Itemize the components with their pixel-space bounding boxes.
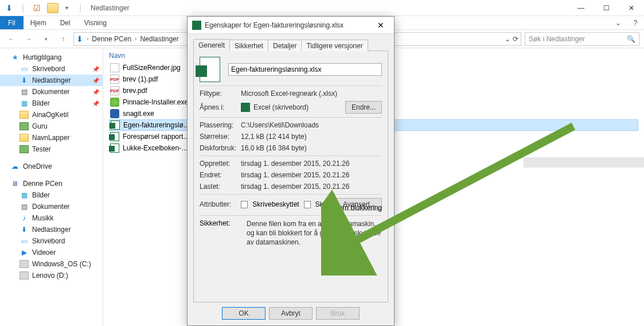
filename-input[interactable] <box>228 63 382 76</box>
qat-down-icon[interactable]: ⬇ <box>3 3 15 13</box>
sidebar-pc-desktop[interactable]: ▭Skrivebord <box>0 235 103 247</box>
qat-check-icon[interactable]: ☑ <box>31 3 42 13</box>
document-icon: ▤ <box>19 203 29 211</box>
sidebar-desktop[interactable]: ▭Skrivebord📌 <box>0 63 103 75</box>
search-placeholder: Søk i Nedlastinger <box>529 35 585 43</box>
progress-track <box>524 157 644 168</box>
excel-icon <box>110 143 119 153</box>
folder-icon <box>19 145 29 153</box>
onedrive-icon: ☁ <box>10 162 19 170</box>
excel-icon <box>111 121 120 130</box>
sidebar-aina[interactable]: AinaOgKetil <box>0 109 103 121</box>
image-icon <box>110 63 119 72</box>
label-filetype: Filtype: <box>200 90 241 98</box>
sidebar-quick-access[interactable]: ★Hurtigtilgang <box>0 52 103 63</box>
sidebar-pc-music[interactable]: ♪Musikk <box>0 212 103 224</box>
folder-icon <box>19 134 29 142</box>
disk-icon <box>19 271 29 280</box>
hidden-checkbox[interactable] <box>304 201 311 208</box>
sidebar-guru[interactable]: Guru <box>0 121 103 132</box>
refresh-icon[interactable]: ⟳ <box>513 35 518 43</box>
value-size: 12,1 kB (12 414 byte) <box>241 133 307 141</box>
value-filetype: Microsoft Excel-regneark (.xlsx) <box>241 90 337 98</box>
sidebar-onedrive[interactable]: ☁OneDrive <box>0 161 103 172</box>
properties-dialog: Egenskaper for Egen-faktureringsløsning.… <box>187 16 395 326</box>
label-created: Opprettet: <box>200 160 241 168</box>
pin-icon: 📌 <box>92 66 99 72</box>
nav-up-button[interactable]: ↑ <box>56 32 70 46</box>
crumb-sep0: › <box>87 36 88 42</box>
tab-details[interactable]: Detaljer <box>268 40 302 51</box>
label-opensin: Åpnes i: <box>200 103 241 111</box>
document-icon: ▤ <box>19 88 29 96</box>
dialog-titlebar[interactable]: Egenskaper for Egen-faktureringsløsning.… <box>188 17 394 34</box>
sidebar-pictures[interactable]: ▦Bilder📌 <box>0 98 103 109</box>
qat-sep: | <box>17 3 29 13</box>
maximize-button[interactable]: ☐ <box>594 0 619 16</box>
disk-icon <box>19 260 29 268</box>
search-icon[interactable]: 🔍 <box>627 35 635 43</box>
exe-icon <box>110 98 119 107</box>
address-dropdown-icon[interactable]: ⌄ <box>505 35 510 43</box>
sidebar-pc-pictures[interactable]: ▦Bilder <box>0 189 103 201</box>
folder-icon <box>19 122 29 130</box>
folder-icon <box>19 111 29 119</box>
value-accessed: tirsdag 1. desember 2015, 20.21.26 <box>241 183 349 191</box>
excel-icon <box>192 21 201 30</box>
qat-dropdown-icon[interactable]: ▾ <box>61 5 72 11</box>
download-icon: ⬇ <box>19 226 29 234</box>
sidebar-tester[interactable]: Tester <box>0 143 103 155</box>
sidebar-this-pc[interactable]: 🖥Denne PCen <box>0 178 103 189</box>
sidebar-pc-documents[interactable]: ▤Dokumenter <box>0 201 103 212</box>
readonly-label: Skrivebeskyttet <box>252 200 299 208</box>
close-button[interactable]: ✕ <box>619 0 644 16</box>
sidebar-pc-videos[interactable]: ▶Videoer <box>0 247 103 258</box>
value-opensin: Excel (skrivebord) <box>253 103 309 111</box>
desktop-icon: ▭ <box>19 237 29 245</box>
nav-history-dropdown[interactable]: ▾ <box>39 32 53 46</box>
tab-home[interactable]: Hjem <box>24 16 53 29</box>
crumb-downloads[interactable]: Nedlastinger <box>140 35 178 43</box>
security-description: Denne filen kom fra en annen datamaskin,… <box>247 219 382 247</box>
search-input[interactable]: Søk i Nedlastinger 🔍 <box>525 32 639 46</box>
cancel-button[interactable]: Avbryt <box>269 307 313 320</box>
nav-forward-button: → <box>22 32 36 46</box>
sidebar-pc-downloads[interactable]: ⬇Nedlastinger <box>0 224 103 235</box>
unblock-checkbox[interactable] <box>322 204 330 212</box>
minimize-button[interactable]: — <box>568 0 594 16</box>
apply-button[interactable]: Bruk <box>316 307 360 320</box>
label-attributes: Attributter: <box>200 200 236 208</box>
ribbon-help-icon[interactable]: ? <box>627 16 644 29</box>
dialog-tabs: Generelt Sikkerhet Detaljer Tidligere ve… <box>193 38 388 51</box>
tab-general[interactable]: Generelt <box>193 39 230 51</box>
nav-back-button[interactable]: ← <box>5 32 18 46</box>
ribbon-expand-icon[interactable]: ⌄ <box>610 16 627 29</box>
sidebar-navnlapper[interactable]: NavnLapper <box>0 132 103 143</box>
sidebar-documents[interactable]: ▤Dokumenter📌 <box>0 86 103 98</box>
tab-view[interactable]: Visning <box>77 16 114 29</box>
pc-icon: 🖥 <box>10 180 19 188</box>
tab-versions[interactable]: Tidligere versjoner <box>301 40 368 51</box>
tab-share[interactable]: Del <box>53 16 77 29</box>
sidebar-pc-osdisk[interactable]: Windows8_OS (C:) <box>0 258 103 270</box>
pin-icon: 📌 <box>92 100 99 107</box>
pdf-icon: PDF <box>110 86 119 95</box>
dialog-close-button[interactable]: ✕ <box>372 21 389 30</box>
crumb-this-pc[interactable]: Denne PCen <box>92 35 131 43</box>
value-modified: tirsdag 1. desember 2015, 20.21.26 <box>241 171 349 179</box>
sidebar-downloads[interactable]: ⬇Nedlastinger📌 <box>0 75 103 86</box>
tab-security[interactable]: Sikkerhet <box>229 40 268 51</box>
value-location: C:\Users\Ketil\Downloads <box>241 121 319 129</box>
readonly-checkbox[interactable] <box>241 201 248 208</box>
down-arrow-icon: ⬇ <box>76 34 83 44</box>
ok-button[interactable]: OK <box>222 307 266 320</box>
label-security: Sikkerhet: <box>200 219 241 227</box>
label-accessed: Lastet: <box>200 183 241 191</box>
unblock-label: Fjern blokkering <box>333 204 382 212</box>
tab-file[interactable]: Fil <box>0 16 24 29</box>
video-icon: ▶ <box>19 249 29 257</box>
excel-icon <box>110 132 119 141</box>
qat-sep2: | <box>75 3 86 13</box>
sidebar-pc-lenovo[interactable]: Lenovo (D:) <box>0 270 103 281</box>
change-button[interactable]: Endre... <box>345 101 382 114</box>
